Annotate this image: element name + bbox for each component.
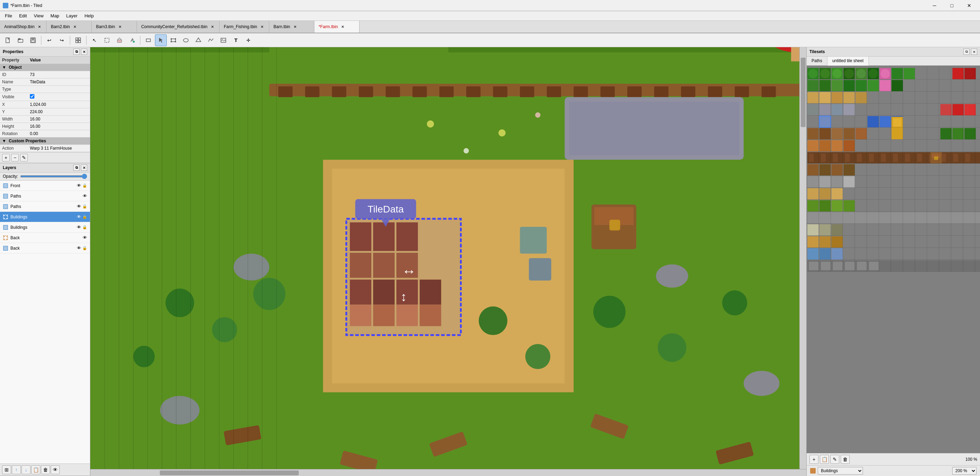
tab-paths[interactable]: Paths (807, 57, 827, 65)
tab-barn3[interactable]: Barn3.tbin ✕ (92, 21, 137, 33)
prop-name-value[interactable]: TileData (28, 78, 90, 86)
save-button[interactable] (27, 34, 39, 46)
window-controls[interactable]: ─ □ ✕ (926, 0, 977, 11)
layer-item-paths2[interactable]: Paths 👁 🔒 (0, 202, 90, 212)
properties-close-btn[interactable]: ✕ (81, 49, 87, 55)
deselect-tool[interactable] (101, 34, 113, 46)
eraser-tool[interactable] (114, 34, 126, 46)
open-button[interactable] (14, 34, 26, 46)
layer-item-buildings-tile[interactable]: Buildings 👁 🔒 (0, 222, 90, 233)
svg-rect-66 (332, 86, 346, 97)
tab-barn2[interactable]: Barn2.tbin ✕ (46, 21, 92, 33)
layer-item-front[interactable]: Front 👁 🔒 (0, 181, 90, 191)
layer-back-obj-eye[interactable]: 👁 (83, 235, 87, 240)
tab-farm[interactable]: *Farm.tbin ✕ (314, 21, 360, 33)
polygon-tool[interactable] (192, 34, 204, 46)
text-tool[interactable]: T (230, 34, 242, 46)
tab-barn[interactable]: Barn.tbin ✕ (269, 21, 314, 33)
layer-item-back-obj[interactable]: Back 👁 (0, 233, 90, 243)
layer-front-eye[interactable]: 👁 (77, 183, 81, 188)
layer-item-buildings-obj[interactable]: Buildings 👁 🔒 (0, 212, 90, 222)
layer-buildings-obj-lock[interactable]: 🔒 (82, 214, 87, 219)
edit-tileset-btn[interactable]: ✎ (830, 455, 839, 464)
canvas-content[interactable]: ↔ ↕ TileData (90, 47, 806, 476)
tilesets-close-btn[interactable]: ✕ (971, 49, 977, 55)
move-tool[interactable]: ✛ (242, 34, 254, 46)
embed-tileset-btn[interactable]: 📋 (820, 455, 829, 464)
canvas-scrollbar-v[interactable] (799, 47, 806, 469)
duplicate-layer-btn[interactable]: 📋 (31, 465, 40, 474)
tab-close-barn[interactable]: ✕ (292, 24, 298, 30)
menu-map[interactable]: Map (47, 12, 62, 20)
maximize-button[interactable]: □ (944, 0, 960, 11)
delete-tileset-btn[interactable]: 🗑 (841, 455, 850, 464)
image-tool[interactable] (218, 34, 229, 46)
tab-animalshop[interactable]: AnimalShop.tbin ✕ (0, 21, 46, 33)
map-canvas[interactable]: ↔ ↕ TileData (90, 47, 806, 469)
layer-zoom-select[interactable]: 200 % 100 % 150 % 50 % (952, 467, 977, 474)
edit-property-btn[interactable]: ✎ (20, 154, 28, 162)
layer-front-lock[interactable]: 🔒 (82, 183, 87, 188)
active-layer-select[interactable]: Buildings Front Paths Back (818, 467, 863, 474)
svg-rect-23 (3, 184, 8, 188)
tilesets-float-btn[interactable]: ⧉ (963, 49, 970, 55)
tab-close-farmfishing[interactable]: ✕ (259, 24, 265, 30)
properties-scroll[interactable]: Property Value ▼ Object ID (0, 57, 90, 152)
select-tool[interactable]: ↖ (89, 34, 100, 46)
canvas-scrollbar-h-thumb[interactable] (160, 470, 299, 475)
layer-paths1-eye[interactable]: 👁 (83, 194, 87, 198)
menu-layer[interactable]: Layer (63, 12, 81, 20)
fill-tool[interactable] (126, 34, 138, 46)
rect-obj-tool[interactable] (167, 34, 179, 46)
layer-back-tile-lock[interactable]: 🔒 (82, 246, 87, 250)
select-rect-tool[interactable] (142, 34, 154, 46)
layer-paths2-eye[interactable]: 👁 (77, 204, 81, 209)
ellipse-obj-tool[interactable] (180, 34, 192, 46)
layer-item-paths1[interactable]: Paths 👁 (0, 191, 90, 202)
new-button[interactable] (2, 34, 14, 46)
opacity-slider[interactable] (20, 175, 87, 178)
minimize-button[interactable]: ─ (926, 0, 942, 11)
menu-file[interactable]: File (2, 12, 16, 20)
toggle-other-layers-btn[interactable]: 👁 (51, 465, 60, 474)
tileset-content[interactable] (807, 66, 980, 453)
canvas-scrollbar-h[interactable] (90, 469, 806, 476)
layer-buildings-tile-eye[interactable]: 👁 (77, 225, 81, 230)
prop-visible-value[interactable] (28, 93, 90, 101)
snap-button[interactable] (72, 34, 84, 46)
layer-paths2-lock[interactable]: 🔒 (82, 204, 87, 209)
menu-view[interactable]: View (30, 12, 47, 20)
redo-button[interactable]: ↪ (56, 34, 68, 46)
remove-property-btn[interactable]: − (11, 154, 19, 162)
tab-close-communitycenter[interactable]: ✕ (210, 24, 215, 30)
layers-list[interactable]: Front 👁 🔒 Paths 👁 (0, 181, 90, 463)
delete-layer-btn[interactable]: 🗑 (41, 465, 50, 474)
layers-float-btn[interactable]: ⧉ (73, 165, 80, 171)
add-layer-btn[interactable]: ⊞ (2, 465, 11, 474)
layer-back-tile-eye[interactable]: 👁 (77, 246, 81, 251)
tab-close-farm[interactable]: ✕ (340, 24, 346, 30)
tab-close-barn2[interactable]: ✕ (72, 24, 78, 30)
properties-float-btn[interactable]: ⧉ (73, 49, 80, 55)
move-layer-down-btn[interactable]: ↓ (22, 465, 30, 474)
layer-item-back-tile[interactable]: Back 👁 🔒 (0, 243, 90, 254)
tab-close-animalshop[interactable]: ✕ (37, 24, 42, 30)
add-tileset-btn[interactable]: + (810, 455, 818, 464)
add-property-btn[interactable]: + (2, 154, 10, 162)
select-obj-tool[interactable] (155, 34, 167, 46)
layer-buildings-tile-lock[interactable]: 🔒 (82, 225, 87, 230)
layer-buildings-obj-eye[interactable]: 👁 (77, 214, 81, 219)
menu-help[interactable]: Help (81, 12, 97, 20)
polyline-tool[interactable] (205, 34, 217, 46)
tab-close-barn3[interactable]: ✕ (117, 24, 123, 30)
move-layer-up-btn[interactable]: ↑ (12, 465, 21, 474)
tab-farmfishing[interactable]: Farm_Fishing.tbin ✕ (220, 21, 269, 33)
menu-edit[interactable]: Edit (16, 12, 30, 20)
tab-untitled-sheet[interactable]: untitled tile sheet (827, 57, 869, 66)
canvas-scrollbar-v-thumb[interactable] (801, 58, 806, 127)
canvas-area[interactable]: ↔ ↕ TileData (90, 47, 806, 476)
tab-communitycenter[interactable]: CommunityCenter_Refurbished.tbin ✕ (137, 21, 220, 33)
close-button[interactable]: ✕ (961, 0, 977, 11)
layers-close-btn[interactable]: ✕ (81, 165, 87, 171)
undo-button[interactable]: ↩ (43, 34, 55, 46)
